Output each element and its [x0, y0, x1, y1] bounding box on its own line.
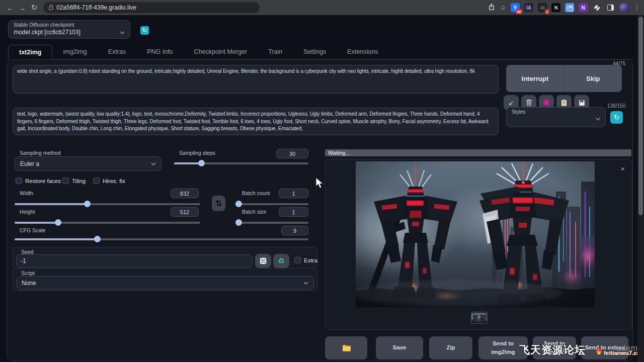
menu-kebab-icon[interactable]: ⋮ [633, 4, 640, 12]
extensions-puzzle-icon[interactable] [592, 3, 601, 12]
interrupt-button[interactable]: Interrupt [506, 65, 564, 92]
tab-txt2img[interactable]: txt2img [8, 45, 52, 59]
extension-pin-icon[interactable]: 20 [511, 3, 520, 12]
extension-ia-icon[interactable]: IA [524, 3, 533, 12]
batch-size-slider[interactable] [235, 222, 308, 224]
seed-input[interactable]: -1 [16, 254, 253, 267]
run-controls: Interrupt Skip [506, 65, 622, 92]
skip-button[interactable]: Skip [564, 65, 622, 92]
zip-button[interactable]: Zip [429, 336, 472, 359]
folder-icon [342, 344, 351, 351]
seed-group: Seed -1 ♻ Extra [13, 247, 317, 269]
send-to-img2img-button[interactable]: Send to img2img [478, 336, 528, 359]
sampling-method-select[interactable]: Euler a [15, 156, 162, 171]
txt2img-panel: 44/75 wide shot angle, a (gundam:0.8) ro… [7, 59, 633, 361]
negative-prompt-counter: 138/150 [607, 103, 625, 109]
send-to-inpaint-button[interactable]: Send to inpaint [533, 336, 576, 359]
sampling-method-label: Sampling method [20, 150, 61, 156]
back-icon[interactable]: ← [4, 4, 16, 12]
extension-badge-2: 1 [545, 9, 549, 14]
onenote-icon[interactable]: N [579, 3, 588, 12]
browser-window: ← → ↻ 02a56ff4-71ff-439e.gradio.live ☆ 2… [0, 0, 644, 362]
hires-fix-checkbox[interactable]: Hires. fix [93, 177, 125, 184]
send-to-extras-button[interactable]: Send to extras [581, 336, 628, 359]
tab-extras[interactable]: Extras [98, 45, 136, 59]
height-label: Height [20, 209, 35, 215]
tab-train[interactable]: Train [258, 45, 293, 59]
tab-extensions[interactable]: Extensions [337, 45, 388, 59]
page-scrollbar[interactable] [637, 15, 644, 362]
prompt-input[interactable]: wide shot angle, a (gundam:0.8) robot st… [13, 65, 499, 94]
chevron-down-icon [151, 162, 156, 165]
sampling-steps-value[interactable]: 30 [276, 149, 308, 158]
batch-size-label: Batch size [242, 209, 266, 215]
width-label: Width [20, 190, 33, 196]
styles-dropdown[interactable]: Styles [506, 107, 606, 127]
tiling-label: Tiling [72, 178, 86, 184]
height-value[interactable]: 512 [171, 207, 199, 217]
random-seed-dice-icon[interactable] [255, 254, 271, 268]
cfg-scale-value[interactable]: 9 [281, 226, 308, 235]
width-slider[interactable] [15, 203, 200, 205]
tab-settings[interactable]: Settings [293, 45, 337, 59]
forward-icon[interactable]: → [16, 4, 28, 12]
negative-prompt-input[interactable]: text, logo, watermark, (worst quality, l… [13, 108, 499, 135]
profile-avatar[interactable] [619, 3, 629, 13]
checkpoint-dropdown[interactable]: Stable Diffusion checkpoint model.ckpt [… [8, 20, 130, 39]
checkpoint-value: model.ckpt [cc6cb27103] [14, 29, 80, 36]
image-ext-icon[interactable] [565, 3, 574, 12]
browser-toolbar: ← → ↻ 02a56ff4-71ff-439e.gradio.live ☆ 2… [0, 0, 644, 15]
extra-seed-label: Extra [304, 257, 317, 263]
gallery-thumbnail[interactable] [471, 312, 487, 323]
styles-label: Styles [512, 109, 600, 115]
save-button[interactable]: Save [376, 336, 423, 359]
reuse-seed-recycle-icon[interactable]: ♻ [273, 254, 289, 268]
extension-badge: 20 [516, 9, 522, 14]
open-folder-button[interactable] [325, 336, 367, 359]
tab-checkpoint-merger[interactable]: Checkpoint Merger [184, 45, 258, 59]
chevron-down-icon [120, 30, 125, 35]
output-gallery-panel: × [325, 159, 632, 330]
mouse-cursor [315, 177, 324, 189]
restore-faces-label: Restore faces [25, 178, 61, 184]
script-select[interactable]: None [16, 276, 314, 290]
batch-count-label: Batch count [242, 190, 270, 196]
notion-icon[interactable]: N [551, 3, 560, 12]
width-value[interactable]: 832 [171, 189, 199, 198]
swap-dimensions-icon[interactable]: ⇅ [212, 196, 225, 211]
bookmark-star-icon[interactable]: ☆ [500, 4, 506, 12]
extra-seed-checkbox[interactable]: Extra [294, 257, 317, 263]
address-bar[interactable]: 02a56ff4-71ff-439e.gradio.live [43, 2, 260, 13]
restore-faces-checkbox[interactable]: Restore faces [16, 177, 61, 184]
height-slider[interactable] [15, 222, 200, 224]
sampling-steps-label: Sampling steps [179, 150, 215, 156]
batch-count-value[interactable]: 1 [279, 189, 308, 198]
lock-icon [49, 7, 53, 10]
batch-count-slider[interactable] [235, 203, 308, 205]
reload-icon[interactable]: ↻ [28, 3, 40, 12]
cfg-scale-slider[interactable] [15, 238, 308, 240]
tab-img2img[interactable]: img2img [52, 45, 97, 59]
close-icon[interactable]: × [620, 164, 625, 173]
main-tabs: txt2img img2img Extras PNG Info Checkpoi… [8, 45, 633, 59]
progress-bar: Waiting... [325, 149, 631, 156]
checkpoint-refresh-icon[interactable]: ↻ [140, 26, 149, 35]
script-group: Script None [13, 268, 317, 291]
batch-size-value[interactable]: 1 [279, 207, 308, 217]
checkpoint-label: Stable Diffusion checkpoint [14, 22, 125, 28]
tab-png-info[interactable]: PNG Info [136, 45, 183, 59]
tiling-checkbox[interactable]: Tiling [62, 177, 86, 184]
script-value: None [22, 280, 36, 287]
url-text: 02a56ff4-71ff-439e.gradio.live [56, 4, 136, 11]
styles-refresh-icon[interactable]: ↻ [610, 111, 623, 124]
side-panel-icon[interactable] [606, 3, 615, 12]
sampling-steps-slider[interactable] [174, 162, 308, 164]
hires-fix-label: Hires. fix [103, 178, 125, 184]
generated-image[interactable] [356, 161, 595, 307]
cfg-scale-label: CFG Scale [20, 227, 45, 233]
share-icon[interactable] [488, 4, 495, 12]
sampling-method-value: Euler a [20, 160, 39, 167]
extension-dark-icon[interactable]: 1 [538, 3, 547, 12]
styles-caret-icon [596, 116, 600, 122]
scrollbar-thumb[interactable] [638, 17, 643, 215]
